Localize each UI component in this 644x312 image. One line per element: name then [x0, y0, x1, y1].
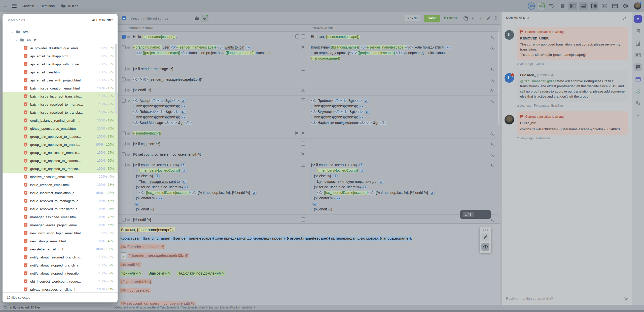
chevron-down-icon[interactable]: ▾ — [16, 39, 19, 41]
comment-card[interactable]: Lucsdev_ (lucsdev24)@CLS_manager @dies W… — [517, 70, 628, 102]
machine-translation-icon[interactable]: A — [490, 34, 495, 41]
comment-card[interactable]: Current translation is wrongHulec_blrcrw… — [517, 111, 628, 135]
row-checkbox[interactable] — [122, 163, 126, 167]
machine-translation-icon[interactable]: A — [490, 163, 495, 169]
cancel-button[interactable]: CANCEL — [444, 17, 458, 20]
file-row[interactable]: 5api_email_user.html100%·0% — [3, 68, 118, 76]
file-row[interactable]: 5issue_resolved_to_translator_e...100%·8… — [3, 205, 118, 213]
source-string-cell[interactable]: {{signature|nl2br}} — [131, 130, 308, 136]
add-string-icon[interactable]: + — [477, 15, 485, 22]
translation-cell[interactable]: Вітаємо, {{user.name|escape}},A — [308, 34, 498, 39]
source-string-cell[interactable]: {{branding.name}} user <0>{{sender_name|… — [131, 44, 308, 61]
folder-row[interactable]: ▾en_US — [3, 36, 118, 44]
file-row[interactable]: 5batch_issue_resolved_to_transla...100%·… — [3, 108, 118, 116]
edit-pencil-icon[interactable] — [485, 15, 492, 22]
machine-translation-icon[interactable]: A — [490, 67, 495, 73]
file-row[interactable]: 5private_messages_email.html100%·44% — [3, 285, 118, 292]
row-checkbox[interactable] — [122, 45, 126, 49]
file-row[interactable]: 5group_join_notification_email.h...100%·… — [3, 149, 118, 157]
table-row[interactable]: {{branding.name}} user <0>{{sender_name|… — [118, 42, 498, 64]
file-row[interactable]: 5new_discussion_topic_email.html100%·0% — [3, 229, 118, 237]
row-checkbox[interactable] — [122, 218, 126, 222]
comments-tab-icon[interactable] — [634, 63, 642, 71]
add-panel-icon[interactable]: + — [634, 112, 642, 119]
approved-progress-ring[interactable]: 35% — [537, 2, 545, 10]
chevron-down-icon[interactable]: ▾ — [12, 31, 15, 33]
source-string-cell[interactable]: {% set count_cc_users = cc_users|length … — [131, 152, 308, 157]
file-row[interactable]: 5notify_about_stopped_branch_s...100%·7% — [3, 261, 118, 269]
toggle-bottom-panel-button[interactable] — [579, 2, 588, 10]
machine-translation-icon[interactable]: A — [490, 142, 495, 148]
table-row[interactable]: {% if sender_message %}A — [118, 64, 498, 74]
file-row[interactable]: 5api_email_user_with_project.html100%·0% — [3, 76, 118, 84]
machine-translation-icon[interactable]: A — [490, 217, 495, 223]
machine-translation-icon[interactable]: A — [490, 45, 495, 52]
machine-translation-icon[interactable]: A — [490, 77, 495, 84]
comment-icon[interactable] — [301, 98, 305, 102]
row-checkbox[interactable] — [122, 152, 126, 156]
select-all-checkbox[interactable]: – — [122, 16, 126, 20]
table-scrollbar[interactable] — [498, 32, 499, 125]
string-context-icon[interactable] — [295, 34, 299, 38]
folder-row[interactable]: ▾html — [3, 28, 118, 36]
file-row[interactable]: 5inactive_account_email.html100%·0% — [3, 173, 118, 181]
keyboard-shortcuts-icon[interactable] — [611, 2, 619, 10]
copy-source-icon[interactable] — [462, 15, 470, 22]
string-info-icon[interactable] — [634, 51, 642, 59]
comment-card[interactable]: Current translation is wrongREMOVED_USER… — [517, 27, 628, 60]
row-checkbox[interactable] — [122, 142, 126, 146]
source-string-cell[interactable]: {% if sender_message %} — [131, 66, 308, 72]
console-icon[interactable] — [600, 2, 609, 10]
translation-cell[interactable]: A — [308, 66, 498, 72]
screenshot-icon[interactable] — [301, 163, 305, 167]
translation-memory-icon[interactable] — [634, 27, 642, 35]
drag-handle-icon[interactable] — [483, 229, 488, 231]
file-search-input[interactable] — [7, 18, 92, 22]
table-row[interactable]: <0>"</0>{{sender_message|escape|nl2br}}"… — [118, 74, 498, 85]
string-context-icon[interactable] — [295, 131, 299, 135]
table-row[interactable]: ✓<0>Accept</0><1> &gt;</1>LF&nbsp;&nbsp;… — [118, 96, 498, 128]
more-options-icon[interactable] — [492, 15, 500, 22]
file-row[interactable]: 5new_strings_email.html100%·43% — [3, 237, 118, 245]
row-checkbox[interactable] — [122, 88, 126, 92]
row-checkbox[interactable] — [122, 99, 126, 103]
source-string-cell[interactable]: {% endif %} — [131, 87, 308, 93]
file-row[interactable]: 5notify_about_resumed_branch_s...100%·0% — [3, 253, 118, 261]
save-button[interactable]: SAVE — [424, 15, 441, 22]
file-row[interactable]: 5batch_issue_incorrect_translatio...100%… — [3, 92, 118, 100]
comment-icon[interactable] — [301, 45, 305, 49]
file-row[interactable]: 5issue_resolved_to_managers_e...100%·63% — [3, 197, 118, 205]
pin-icon[interactable] — [620, 14, 628, 22]
file-row[interactable]: 5oht_incorrect_wordcount_reque...100%·0% — [3, 277, 118, 285]
breadcrumb-language[interactable]: Ukrainian — [41, 4, 55, 8]
file-row[interactable]: 5batch_issue_creation_email.html100%·16% — [3, 84, 118, 92]
filter-icon[interactable] — [201, 15, 208, 22]
machine-translation-icon[interactable]: A — [490, 131, 495, 138]
table-row[interactable]: {% endif %}A — [118, 215, 498, 223]
settings-gear-icon[interactable] — [621, 2, 630, 10]
table-row[interactable]: {% endif %}A — [118, 85, 498, 96]
string-search-input[interactable] — [130, 16, 193, 20]
mention-at-icon[interactable]: @ — [624, 296, 628, 301]
file-row[interactable]: 5api_email_oauthapp.html100%·0% — [3, 52, 118, 60]
back-button[interactable]: ← — [0, 2, 9, 10]
translation-cell[interactable]: <0>Прийняти</0><1> &gt;</1>LF&nbsp;&nbsp… — [308, 98, 498, 125]
screenshot-icon[interactable] — [301, 217, 305, 221]
file-tree-scrollbar[interactable] — [115, 44, 117, 114]
file-row[interactable]: 5newsletter_email.html100%·100% — [3, 245, 118, 253]
table-row[interactable]: {{signature|nl2br}}A — [118, 128, 498, 139]
source-string-cell[interactable]: {% if cc_users %} — [131, 141, 308, 147]
main-menu-button[interactable] — [10, 2, 19, 10]
row-checkbox[interactable] — [122, 131, 126, 135]
translation-cell[interactable]: A — [308, 141, 498, 147]
file-row[interactable]: 5ai_provider_disabled_due_error....100%·… — [3, 44, 118, 52]
strings-list-view-icon[interactable] — [558, 2, 566, 10]
translation-cell[interactable]: A — [308, 130, 498, 136]
screenshot-icon[interactable] — [301, 142, 305, 146]
screenshot-icon[interactable] — [301, 67, 305, 71]
machine-translation-icon[interactable]: A — [490, 98, 495, 105]
draft-strings-icon[interactable] — [547, 2, 556, 10]
screenshot-icon[interactable] — [301, 34, 305, 38]
browser-preview-icon[interactable] — [634, 75, 642, 83]
source-string-cell[interactable]: {% if count_cc_users > 10 %}LF{{membersN… — [131, 162, 308, 212]
